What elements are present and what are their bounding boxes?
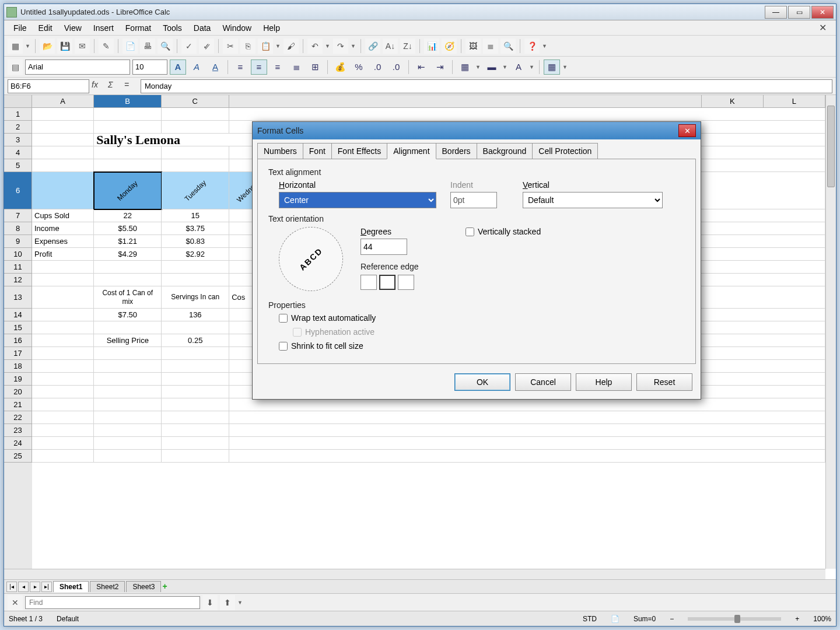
row-header[interactable]: 5 [4,159,32,172]
cancel-button[interactable]: Cancel [515,373,571,391]
grid-button[interactable]: ▦ [544,60,560,75]
align-right-button[interactable]: ≡ [270,60,286,75]
ref-edge-inside[interactable] [398,275,414,290]
zoom-icon[interactable]: 🔍 [501,38,516,54]
print-icon[interactable]: 🖶 [140,38,155,54]
ref-edge-upper[interactable] [379,275,396,290]
wrap-text-checkbox[interactable] [279,314,288,323]
cell[interactable]: Servings In can [162,286,229,309]
cell[interactable]: Expenses [32,235,94,248]
decrease-indent-button[interactable]: ⇤ [413,60,429,75]
currency-button[interactable]: 💰 [332,60,348,75]
row-header[interactable]: 25 [4,450,32,463]
col-header-k[interactable]: K [702,95,764,108]
menu-format[interactable]: Format [121,22,156,34]
add-decimal-button[interactable]: .0 [369,60,386,75]
styles-icon[interactable]: ▤ [8,60,23,75]
maximize-button[interactable]: ▭ [788,6,810,19]
menu-data[interactable]: Data [189,22,216,34]
tab-font-effects[interactable]: Font Effects [331,143,387,159]
vertical-scrollbar[interactable] [825,95,836,569]
cell[interactable]: $7.50 [94,309,162,321]
close-document-icon[interactable]: ✕ [814,21,831,34]
cell[interactable]: $1.21 [94,235,162,248]
menu-view[interactable]: View [60,22,86,34]
align-center-button[interactable]: ≡ [251,60,267,75]
sum-icon[interactable]: Σ [108,80,122,93]
find-input[interactable] [25,596,200,609]
remove-decimal-button[interactable]: .0 [388,60,404,75]
toolbar-overflow-icon[interactable]: ▼ [542,43,548,49]
row-header[interactable]: 15 [4,321,32,334]
row-header[interactable]: 7 [4,209,32,222]
tab-borders[interactable]: Borders [436,143,477,159]
align-justify-button[interactable]: ≣ [288,60,304,75]
add-sheet-icon[interactable]: + [162,582,173,592]
increase-indent-button[interactable]: ⇥ [432,60,448,75]
cell[interactable]: $0.83 [162,235,229,248]
row-header[interactable]: 24 [4,437,32,450]
font-size-input[interactable] [132,60,167,75]
function-wizard-icon[interactable]: fx [92,80,106,93]
row-header[interactable]: 12 [4,274,32,286]
row-header[interactable]: 6 [4,172,32,209]
cell[interactable]: $4.29 [94,248,162,261]
row-header[interactable]: 19 [4,373,32,386]
merge-cells-button[interactable]: ⊞ [307,60,323,75]
chart-icon[interactable]: 📊 [424,38,439,54]
ref-edge-lower[interactable] [360,275,377,290]
ok-button[interactable]: OK [454,373,510,391]
tab-font[interactable]: Font [303,143,332,159]
pdf-icon[interactable]: 📄 [123,38,138,54]
menu-window[interactable]: Window [218,22,256,34]
cell[interactable]: Cost of 1 Can of mix [94,286,162,309]
row-header[interactable]: 16 [4,334,32,347]
vertical-combo[interactable]: Default [523,192,663,208]
row-header[interactable]: 22 [4,411,32,424]
paste-icon[interactable]: 📋 [258,38,273,54]
datasources-icon[interactable]: ≣ [483,38,498,54]
cut-icon[interactable]: ✂ [223,38,238,54]
tab-background[interactable]: Background [477,143,533,159]
tab-cell-protection[interactable]: Cell Protection [532,143,598,159]
row-header[interactable]: 4 [4,146,32,159]
menu-insert[interactable]: Insert [89,22,118,34]
bold-button[interactable]: A [170,60,186,75]
italic-button[interactable]: A [188,60,205,75]
cell[interactable]: 136 [162,309,229,321]
undo-icon[interactable]: ↶ [307,38,323,54]
row-header[interactable]: 21 [4,398,32,411]
row-header[interactable]: 8 [4,222,32,235]
find-prev-icon[interactable]: ⬆ [220,595,235,610]
copy-icon[interactable]: ⎘ [240,38,256,54]
save-icon[interactable]: 💾 [57,38,72,54]
menu-help[interactable]: Help [258,22,285,34]
row-header[interactable]: 9 [4,235,32,248]
edit-icon[interactable]: ✎ [99,38,114,54]
new-icon[interactable]: ▦ [8,38,23,54]
sort-desc-icon[interactable]: Z↓ [400,38,415,54]
cell-c6[interactable]: Tuesday [162,172,229,209]
borders-button[interactable]: ▦ [457,60,473,75]
degrees-spinner[interactable] [360,239,407,255]
underline-button[interactable]: A [207,60,223,75]
font-name-input[interactable] [25,60,130,75]
reset-button[interactable]: Reset [636,373,692,391]
tab-numbers[interactable]: Numbers [257,143,303,159]
tab-last-icon[interactable]: ▸| [41,582,52,592]
col-header-c[interactable]: C [162,95,229,108]
rotation-dial[interactable]: ABCD [279,227,343,291]
zoom-slider[interactable] [688,617,781,621]
redo-icon[interactable]: ↷ [333,38,348,54]
zoom-out-icon[interactable]: − [670,615,674,623]
tab-alignment[interactable]: Alignment [387,143,436,159]
cell[interactable]: Selling Price [94,334,162,347]
hyperlink-icon[interactable]: 🔗 [365,38,380,54]
email-icon[interactable]: ✉ [75,38,90,54]
align-left-button[interactable]: ≡ [232,60,249,75]
cell[interactable]: 0.25 [162,334,229,347]
status-sum[interactable]: Sum=0 [634,615,656,623]
col-header-l[interactable]: L [764,95,825,108]
fmt-overflow-icon[interactable]: ▼ [562,64,568,70]
vertically-stacked-checkbox[interactable] [466,228,474,236]
